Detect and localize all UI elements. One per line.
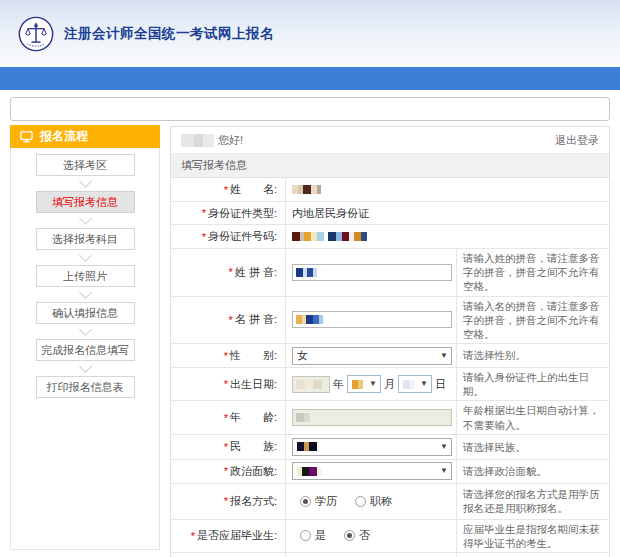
page-header: 注册会计师全国统一考试网上报名 (0, 0, 620, 67)
required-asterisk: * (191, 530, 195, 542)
sidebar-item-select-exam-area[interactable]: 选择考区 (36, 154, 135, 176)
radio-yes[interactable]: 是 (300, 528, 326, 543)
grad-date-hint: 请选择毕业年月。 (456, 553, 609, 557)
required-asterisk: * (229, 314, 233, 326)
radio-education[interactable]: 学历 (300, 494, 337, 509)
id-number-label: *身份证件号码: (171, 225, 286, 248)
surname-pinyin-hint: 请输入姓的拼音，请注意多音字的拼音，拼音之间不允许有空格。 (456, 249, 609, 296)
form-row-ethnicity: *民 族: ▼ 请选择民族。 (171, 435, 609, 460)
content-wrapper: 报名流程 选择考区 填写报考信息 选择报考科目 上传照片 确认填报信息 完成报名… (10, 97, 610, 557)
age-hint: 年龄根据出生日期自动计算，不需要输入。 (456, 401, 609, 433)
reg-method-label: *报名方式: (171, 484, 286, 519)
required-asterisk: * (202, 231, 206, 243)
required-asterisk: * (224, 441, 228, 453)
sidebar-item-select-subjects[interactable]: 选择报考科目 (36, 228, 135, 250)
sidebar-item-fill-exam-info[interactable]: 填写报考信息 (36, 191, 135, 213)
id-type-label: *身份证件类型: (171, 202, 286, 224)
political-label: *政治面貌: (171, 460, 286, 483)
radio-button-icon (355, 496, 366, 507)
political-hint: 请选择政治面貌。 (456, 460, 609, 483)
cicpa-logo-icon (18, 16, 54, 52)
surname-pinyin-input[interactable] (292, 264, 452, 281)
grad-date-label: *毕业年月: (171, 553, 286, 557)
fresh-grad-label: *是否应届毕业生: (171, 520, 286, 552)
required-asterisk: * (202, 207, 206, 219)
name-label: *姓 名: (171, 178, 286, 201)
registration-form: *姓 名: *身份证件类型: 内地居民身份证 *身份证件号码: *姓 拼 音: (171, 178, 609, 557)
ethnicity-select[interactable]: ▼ (292, 438, 452, 456)
required-asterisk: * (224, 350, 228, 362)
given-pinyin-label: *名 拼 音: (171, 297, 286, 344)
ethnicity-hint: 请选择民族。 (456, 435, 609, 459)
dropdown-arrow-icon: ▼ (420, 380, 428, 388)
chevron-down-icon (79, 323, 92, 336)
birth-day-redacted (403, 380, 414, 389)
required-asterisk: * (229, 266, 233, 278)
name-value-redacted (292, 185, 321, 194)
id-number-redacted (292, 232, 367, 241)
form-row-surname-pinyin: *姓 拼 音: 请输入姓的拼音，请注意多音字的拼音，拼音之间不允许有空格。 (171, 249, 609, 297)
nav-bar (0, 67, 620, 90)
ethnicity-label: *民 族: (171, 435, 286, 459)
age-input (292, 409, 452, 426)
id-type-value: 内地居民身份证 (292, 206, 369, 221)
birth-month-select[interactable]: ▼ (347, 375, 381, 393)
form-row-political-status: *政治面貌: ▼ 请选择政治面貌。 (171, 460, 609, 484)
fresh-grad-hint: 应届毕业生是指报名期间未获得毕业证书的考生。 (456, 520, 609, 552)
user-greeting-bar: 您好! 退出登录 (171, 127, 609, 154)
form-row-fresh-graduate: *是否应届毕业生: 是 否 应届毕业生是指报名期间未获得毕业证书的考生。 (171, 520, 609, 553)
sidebar-title: 报名流程 (40, 128, 88, 145)
dropdown-arrow-icon: ▼ (369, 380, 377, 388)
page-title: 注册会计师全国统一考试网上报名 (64, 25, 274, 43)
form-row-id-number: *身份证件号码: (171, 225, 609, 249)
sidebar-item-confirm-info[interactable]: 确认填报信息 (36, 302, 135, 324)
greeting-text: 您好! (218, 133, 243, 148)
given-pinyin-input[interactable] (292, 311, 452, 328)
gender-label: *性 别: (171, 344, 286, 367)
dropdown-arrow-icon: ▼ (440, 352, 448, 360)
political-select[interactable]: ▼ (292, 462, 452, 480)
chevron-down-icon (79, 360, 92, 373)
main-panel: 您好! 退出登录 填写报考信息 *姓 名: *身份证件类型: 内地居民身份证 (170, 126, 610, 557)
user-name-redacted (181, 134, 214, 147)
dropdown-arrow-icon: ▼ (440, 467, 448, 475)
chevron-down-icon (79, 175, 92, 188)
sidebar-item-print-form[interactable]: 打印报名信息表 (36, 376, 135, 398)
chevron-down-icon (79, 249, 92, 262)
monitor-icon (20, 131, 33, 143)
year-unit: 年 (333, 377, 344, 392)
age-redacted (296, 413, 310, 422)
age-label: *年 龄: (171, 401, 286, 433)
gender-select[interactable]: 女▼ (292, 347, 452, 365)
day-unit: 日 (435, 377, 446, 392)
radio-button-icon (300, 530, 311, 541)
given-pinyin-hint: 请输入名的拼音，请注意多音字的拼音，拼音之间不允许有空格。 (456, 297, 609, 344)
required-asterisk: * (224, 412, 228, 424)
chevron-down-icon (79, 286, 92, 299)
radio-professional-title[interactable]: 职称 (355, 494, 392, 509)
form-row-graduation-date: *毕业年月: 年 06▼ 月 请选择毕业年月。 (171, 553, 609, 557)
form-row-name: *姓 名: (171, 178, 609, 202)
birth-date-hint: 请输入身份证件上的出生日期。 (456, 368, 609, 400)
gender-hint: 请选择性别。 (456, 344, 609, 367)
political-redacted (297, 467, 322, 476)
chevron-down-icon (79, 212, 92, 225)
sidebar-item-upload-photo[interactable]: 上传照片 (36, 265, 135, 287)
given-pinyin-redacted (296, 315, 323, 324)
form-row-birth-date: *出生日期: 年 ▼ 月 ▼ 日 请输入身份证件上的出生日期。 (171, 368, 609, 401)
menu-bar (10, 97, 610, 121)
form-row-age: *年 龄: 年龄根据出生日期自动计算，不需要输入。 (171, 401, 609, 434)
birth-year-redacted (296, 380, 322, 389)
dropdown-arrow-icon: ▼ (440, 443, 448, 451)
surname-pinyin-label: *姓 拼 音: (171, 249, 286, 296)
radio-no[interactable]: 否 (344, 528, 370, 543)
sidebar-item-finish-registration[interactable]: 完成报名信息填写 (36, 339, 135, 361)
birth-day-select[interactable]: ▼ (398, 375, 432, 393)
month-unit: 月 (384, 377, 395, 392)
form-row-given-pinyin: *名 拼 音: 请输入名的拼音，请注意多音字的拼音，拼音之间不允许有空格。 (171, 297, 609, 345)
required-asterisk: * (224, 378, 228, 390)
required-asterisk: * (224, 184, 228, 196)
logout-link[interactable]: 退出登录 (555, 133, 599, 148)
form-row-id-type: *身份证件类型: 内地居民身份证 (171, 202, 609, 225)
reg-method-hint: 请选择您的报名方式是用学历报名还是用职称报名。 (456, 484, 609, 519)
